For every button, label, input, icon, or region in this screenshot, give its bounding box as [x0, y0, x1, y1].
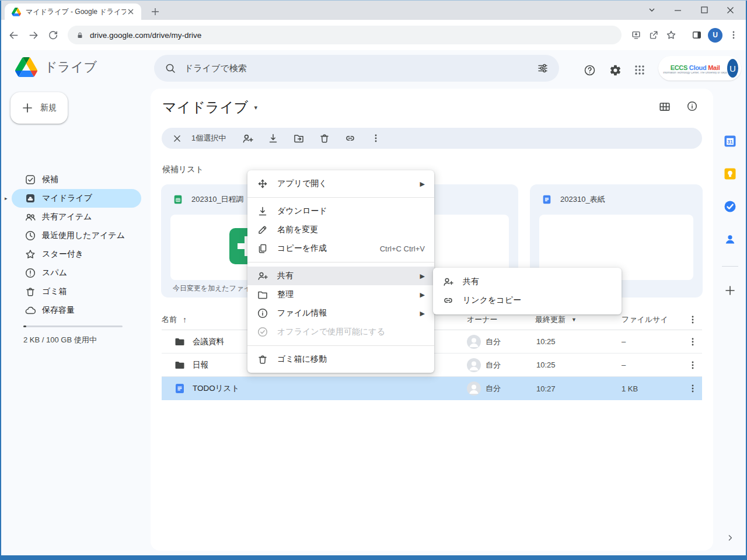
close-button[interactable] [717, 1, 743, 19]
move-to-folder-icon[interactable] [289, 128, 309, 148]
new-button[interactable]: 新規 [11, 92, 68, 124]
star-icon [25, 249, 36, 260]
person-add-icon [442, 276, 454, 288]
sidebar-item-shared[interactable]: 共有アイテム [1, 208, 141, 226]
google-apps-grid-icon[interactable] [630, 61, 649, 79]
selection-count: 1個選択中 [191, 133, 226, 144]
address-bar[interactable]: drive.google.com/drive/my-drive [68, 26, 622, 44]
storage-text: 2 KB / 100 GB 使用中 [23, 335, 97, 345]
account-badge[interactable]: ECCS Cloud Mail Information Technology C… [658, 56, 741, 80]
cloud-icon [25, 304, 36, 316]
side-panel-icon[interactable] [688, 26, 706, 44]
tab-title: マイドライブ - Google ドライブ [26, 7, 126, 17]
sidebar-item-starred[interactable]: スター付き [1, 245, 141, 264]
column-header-modified[interactable]: 最終更新▼ [535, 314, 622, 325]
forward-button[interactable] [23, 25, 43, 45]
url-text: drive.google.com/drive/my-drive [90, 31, 201, 40]
table-row-selected[interactable]: TODOリスト 自分 10:27 1 KB [162, 377, 702, 400]
contacts-icon[interactable] [721, 230, 739, 249]
search-icon [165, 62, 176, 74]
search-options-tune-icon[interactable] [537, 62, 549, 74]
window-border [0, 555, 747, 560]
install-icon[interactable] [627, 26, 645, 44]
browser-window: マイドライブ - Google ドライブ drive.google.com/dr… [0, 0, 747, 560]
download-icon [257, 205, 268, 217]
clock-icon [25, 230, 36, 242]
drive-logo[interactable]: ドライブ [15, 57, 97, 77]
keep-icon[interactable] [721, 164, 739, 183]
share-submenu: 共有 リンクをコピー [433, 268, 622, 314]
add-addon-plus-icon[interactable] [721, 281, 739, 300]
menu-item-file-info[interactable]: ファイル情報▶ [247, 304, 434, 323]
menu-item-open-with[interactable]: アプリで開く▶ [247, 174, 434, 193]
browser-tab[interactable]: マイドライブ - Google ドライブ [5, 4, 141, 20]
new-tab-button[interactable] [147, 4, 163, 20]
details-info-icon[interactable] [686, 100, 698, 112]
row-actions-kebab-icon[interactable] [683, 337, 702, 346]
org-logo: ECCS Cloud Mail Information Technology C… [663, 62, 727, 75]
sidebar-item-my-drive[interactable]: ▸ マイドライブ [12, 189, 141, 208]
maximize-button[interactable] [691, 1, 717, 19]
storage-used-segment [23, 326, 26, 327]
account-avatar[interactable]: U [727, 59, 738, 78]
reload-button[interactable] [43, 25, 63, 45]
expand-caret-icon[interactable]: ▸ [5, 195, 8, 201]
menu-item-move-to-trash[interactable]: ゴミ箱に移動 [247, 350, 434, 369]
clear-selection-icon[interactable] [172, 134, 182, 144]
row-actions-kebab-icon[interactable] [683, 360, 702, 370]
browser-menu-kebab-icon[interactable] [725, 26, 742, 44]
sidebar-item-trash[interactable]: ゴミ箱 [1, 282, 141, 301]
help-icon[interactable] [580, 61, 599, 79]
trash-icon[interactable] [315, 128, 334, 148]
menu-item-make-copy[interactable]: コピーを作成Ctrl+C Ctrl+V [247, 239, 434, 258]
share-icon[interactable] [645, 26, 662, 44]
bookmark-star-icon[interactable] [662, 26, 680, 44]
search-input[interactable]: ドライブで検索 [154, 55, 559, 82]
share-person-add-icon[interactable] [238, 128, 257, 148]
column-header-size[interactable]: ファイルサイ [622, 314, 683, 325]
lock-icon [76, 31, 84, 40]
page-title[interactable]: マイドライブ ▾ [162, 98, 257, 117]
copy-link-icon[interactable] [340, 128, 360, 148]
table-settings-kebab-icon[interactable] [683, 315, 702, 324]
chevron-down-icon: ▾ [254, 104, 257, 111]
browser-profile-avatar[interactable]: U [708, 28, 722, 43]
tab-search-icon[interactable] [638, 1, 665, 19]
sidebar-item-suggested[interactable]: 候補 [1, 170, 141, 189]
sidebar-item-spam[interactable]: スパム [1, 264, 141, 282]
row-actions-kebab-icon[interactable] [683, 384, 702, 393]
trash-icon [257, 354, 268, 365]
minimize-button[interactable] [665, 1, 691, 19]
window-border [0, 0, 747, 1]
people-icon [25, 211, 36, 223]
menu-item-download[interactable]: ダウンロード [247, 202, 434, 220]
tab-close-icon[interactable] [126, 7, 135, 16]
menu-item-rename[interactable]: 名前を変更 [247, 220, 434, 239]
submenu-item-copy-link[interactable]: リンクをコピー [433, 291, 622, 310]
sidebar-item-storage[interactable]: 保存容量 [1, 301, 141, 320]
grid-view-icon[interactable] [658, 100, 671, 113]
back-button[interactable] [4, 25, 23, 45]
tasks-icon[interactable] [721, 197, 739, 216]
calendar-icon[interactable]: 31 [721, 132, 739, 150]
submenu-item-share[interactable]: 共有 [433, 272, 622, 291]
owner-avatar [467, 358, 481, 372]
menu-divider [247, 197, 434, 198]
card-title: 202310_日程調 [191, 194, 244, 205]
search-placeholder: ドライブで検索 [184, 63, 537, 74]
owner-avatar [467, 382, 481, 396]
settings-gear-icon[interactable] [606, 61, 624, 79]
browser-toolbar: drive.google.com/drive/my-drive U [0, 20, 747, 50]
sidebar-item-recent[interactable]: 最近使用したアイテム [1, 226, 141, 245]
collapse-panel-chevron-icon[interactable] [721, 528, 739, 547]
menu-item-share[interactable]: 共有▶ [247, 267, 434, 285]
column-header-owner[interactable]: オーナー [456, 314, 535, 325]
rename-pencil-icon [257, 224, 268, 236]
offline-check-icon [257, 326, 268, 338]
owner-avatar [467, 335, 481, 349]
card-title: 202310_表紙 [560, 194, 605, 205]
download-icon[interactable] [263, 128, 283, 148]
drive-header: ドライブ ドライブで検索 ECCS Cloud Mail Information… [1, 50, 746, 88]
menu-item-organize[interactable]: 整理▶ [247, 285, 434, 304]
more-actions-kebab-icon[interactable] [366, 128, 386, 148]
